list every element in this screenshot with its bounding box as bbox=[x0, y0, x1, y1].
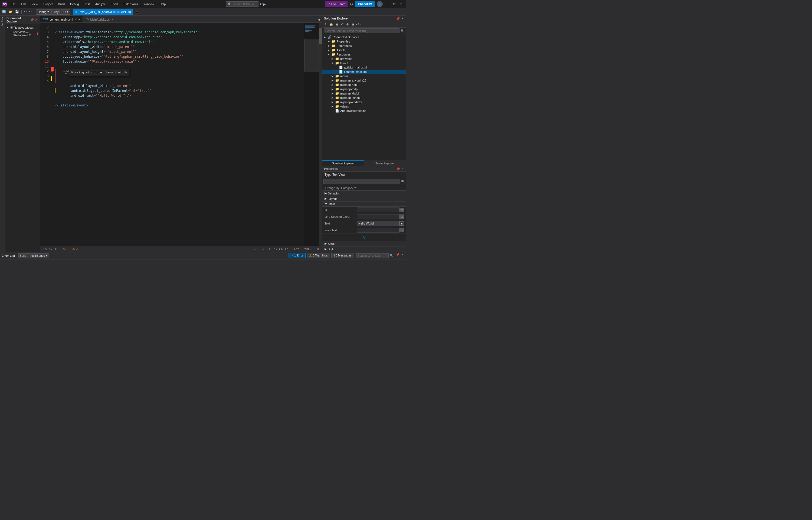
platform-dropdown[interactable]: Any CPU ▾ bbox=[51, 9, 70, 15]
menu-build[interactable]: Build bbox=[57, 2, 66, 6]
menu-file[interactable]: File bbox=[9, 2, 17, 6]
sol-item-mipmap-hdpi[interactable]: ▶ 📁 mipmap-hdpi bbox=[323, 83, 406, 87]
sol-item-about-resources[interactable]: 📄 AboutResources.txt bbox=[323, 109, 406, 113]
prop-pin-icon[interactable]: 📌 bbox=[396, 167, 400, 171]
error-filter-errors[interactable]: ✕ 1 Error bbox=[288, 253, 306, 258]
code-editor[interactable]: <RelativeLayout xmlns:android="http://sc… bbox=[54, 23, 304, 246]
nav-forward-icon[interactable]: → bbox=[260, 248, 265, 251]
menu-view[interactable]: View bbox=[30, 2, 40, 6]
prop-section-behavior[interactable]: ▶ Behavior bbox=[323, 191, 406, 196]
sol-item-mipmap-anydpi[interactable]: ▶ 📁 mipmap-anydpi-v26 bbox=[323, 78, 406, 83]
sol-item-mipmap-xhdpi[interactable]: ▶ 📁 mipmap-xhdpi bbox=[323, 91, 406, 96]
prop-line-spacing-btn[interactable]: □ bbox=[399, 214, 404, 219]
toolbar-redo[interactable]: ↪ bbox=[28, 9, 33, 14]
outline-pin-icon[interactable]: 📌 bbox=[30, 18, 34, 22]
run-button[interactable]: ▶ Pixel_2_API_29 (Android 10.0 - API 29) bbox=[73, 9, 133, 15]
sol-pin-icon[interactable]: 📌 bbox=[396, 17, 400, 20]
toolbar-new-project[interactable]: 🆕 bbox=[1, 9, 7, 14]
sol-item-layout[interactable]: ▼ 📁 layout bbox=[323, 61, 406, 65]
menu-project[interactable]: Project bbox=[42, 2, 54, 6]
col-header-suppression[interactable]: Suppression State bbox=[325, 259, 406, 260]
error-panel-close-icon[interactable]: ✕ bbox=[400, 253, 404, 257]
error-filter-warnings[interactable]: ⚠ 0 Warnings bbox=[307, 253, 330, 258]
sol-tab-solution-explorer[interactable]: Solution Explorer bbox=[323, 160, 364, 166]
sol-item-properties[interactable]: ▶ 📁 Properties bbox=[323, 39, 406, 44]
menu-test[interactable]: Test bbox=[83, 2, 91, 6]
sol-tab-team-explorer[interactable]: Team Explorer bbox=[364, 160, 406, 166]
toolbar-device-btn[interactable]: 📱 bbox=[134, 9, 140, 14]
sol-item-drawable[interactable]: ▶ 📁 drawable bbox=[323, 57, 406, 61]
prop-id-btn[interactable]: □ bbox=[399, 208, 404, 212]
sol-item-mipmap-xxxhdpi[interactable]: ▶ 📁 mipmap-xxxhdpi bbox=[323, 100, 406, 104]
preview-button[interactable]: PREVIEW bbox=[355, 1, 374, 7]
sol-settings-icon[interactable]: ⚙ bbox=[345, 22, 350, 27]
prop-search-input[interactable] bbox=[324, 179, 400, 184]
prop-line-spacing-value[interactable] bbox=[357, 214, 399, 219]
sol-item-mipmap-mdpi[interactable]: ▶ 📁 mipmap-mdpi bbox=[323, 87, 406, 91]
zoom-dropdown-icon[interactable]: ▾ bbox=[54, 247, 58, 251]
sol-item-resources[interactable]: ▼ 📁 Resources bbox=[323, 52, 406, 57]
error-search-input[interactable] bbox=[356, 253, 389, 258]
toolbox-sidebar[interactable]: Toolbox bbox=[0, 16, 5, 252]
tab-inactive-close-icon[interactable]: ✕ bbox=[111, 18, 114, 21]
prop-section-scroll[interactable]: ▶ Scroll bbox=[323, 241, 406, 246]
sol-git-icon[interactable]: ⊞ bbox=[351, 22, 355, 27]
sol-item-menu[interactable]: ▶ 📁 menu bbox=[323, 74, 406, 78]
global-search-box[interactable]: 🔍 bbox=[226, 1, 258, 7]
menu-tools[interactable]: Tools bbox=[110, 2, 120, 6]
sol-home-icon[interactable]: 🏠 bbox=[329, 22, 334, 27]
expand-editor-icon[interactable]: ⊞ bbox=[315, 247, 320, 251]
minimize-button[interactable]: ─ bbox=[385, 2, 390, 6]
prop-id-value[interactable] bbox=[357, 207, 399, 212]
editor-scrollbar[interactable] bbox=[319, 23, 322, 246]
sol-item-connected-services[interactable]: ▶ 🔗 Connected Services bbox=[323, 35, 406, 39]
editor-scrollbar-thumb[interactable] bbox=[319, 28, 322, 45]
toolbar-save[interactable]: 💾 bbox=[14, 9, 20, 14]
prop-scroll-more[interactable]: ∨ bbox=[323, 234, 406, 241]
maximize-button[interactable]: □ bbox=[392, 2, 397, 6]
solution-search-input[interactable] bbox=[324, 28, 399, 33]
prop-text-value[interactable] bbox=[357, 221, 399, 226]
error-source-dropdown[interactable]: Build + IntelliSense ▾ bbox=[19, 253, 49, 258]
col-header-file[interactable]: File bbox=[218, 259, 297, 260]
avatar[interactable]: 👤 bbox=[377, 1, 383, 7]
outline-textview-item[interactable]: T TextView — "Hello World!" bbox=[6, 30, 39, 37]
global-search-input[interactable] bbox=[233, 2, 257, 6]
menu-debug[interactable]: Debug bbox=[68, 2, 80, 6]
col-header-project[interactable]: Project bbox=[179, 259, 218, 260]
nav-back-icon[interactable]: ← bbox=[253, 248, 258, 251]
prop-arrange-area[interactable]: Arrange By: Category ▾ bbox=[323, 185, 406, 191]
tab-bar-expand-btn[interactable]: ⊞ bbox=[316, 18, 321, 23]
menu-extensions[interactable]: Extensions bbox=[122, 2, 140, 6]
menu-edit[interactable]: Edit bbox=[20, 2, 28, 6]
toolbar-open[interactable]: 📂 bbox=[7, 9, 13, 14]
sol-code-icon[interactable]: </> bbox=[356, 22, 361, 27]
col-header-code[interactable]: Code bbox=[21, 259, 54, 260]
sol-close-icon[interactable]: ✕ bbox=[400, 17, 404, 20]
sol-item-references[interactable]: ▶ 📁 References bbox=[323, 44, 406, 48]
settings-icon[interactable]: ⚙ bbox=[350, 2, 353, 6]
minimap-slider[interactable] bbox=[304, 39, 319, 72]
col-header-line[interactable]: Line bbox=[297, 259, 325, 260]
prop-text-btn[interactable]: ■ bbox=[399, 221, 404, 226]
error-panel-pin-icon[interactable]: 📌 bbox=[396, 253, 399, 257]
menu-analyze[interactable]: Analyze bbox=[94, 2, 108, 6]
sol-more-icon[interactable]: ⋯ bbox=[361, 22, 366, 27]
sol-filter-icon[interactable]: ⊟ bbox=[334, 22, 339, 27]
outline-root-item[interactable]: ▼ ⊟ RelativeLayout bbox=[6, 25, 39, 30]
sol-item-content-main[interactable]: 📄 content_main.xml bbox=[323, 70, 406, 74]
sol-sync-icon[interactable]: ↻ bbox=[324, 22, 328, 27]
close-button[interactable]: ✕ bbox=[399, 2, 404, 6]
sol-refresh-icon[interactable]: ↺ bbox=[340, 22, 344, 27]
live-share-button[interactable]: ⬡ Live Share bbox=[325, 1, 348, 7]
prop-section-style[interactable]: ▶ Style bbox=[323, 246, 406, 252]
debug-config-dropdown[interactable]: Debug ▾ bbox=[36, 9, 51, 15]
sol-item-mipmap-xxhdpi[interactable]: ▶ 📁 mipmap-xxhdpi bbox=[323, 96, 406, 100]
encoding-status[interactable]: SPC bbox=[292, 248, 300, 251]
sol-item-activity-main[interactable]: 📄 activity_main.xml bbox=[323, 65, 406, 70]
col-header-description[interactable]: Description bbox=[54, 259, 179, 260]
toolbar-undo[interactable]: ↩ bbox=[23, 9, 28, 14]
prop-tools-text-btn[interactable]: □ bbox=[399, 228, 404, 232]
outline-close-icon[interactable]: ✕ bbox=[34, 18, 38, 22]
tab-mainactivity[interactable]: C# MainActivity.cs ✕ bbox=[83, 16, 117, 23]
